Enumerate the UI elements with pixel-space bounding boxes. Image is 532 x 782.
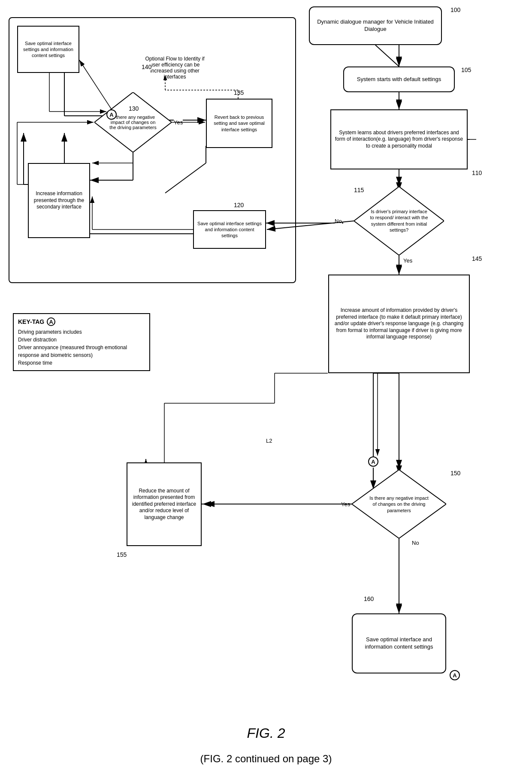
- box-reduce: Reduce the amount of information present…: [127, 462, 202, 546]
- box-save-top-left: Save optimal interface settings and info…: [17, 26, 79, 73]
- key-tag-body: Driving parameters includes Driver distr…: [18, 328, 145, 367]
- key-tag-title: KEY-TAG A: [18, 317, 145, 326]
- box-save-bottom: Save optimal interface and information c…: [352, 613, 446, 673]
- box-increase-secondary: Increase information presented through t…: [28, 163, 90, 238]
- label-yes-115: Yes: [403, 257, 412, 264]
- label-no-115: No: [335, 218, 342, 224]
- ref-100: 100: [450, 6, 460, 13]
- box-default-settings: System starts with default settings: [343, 66, 455, 92]
- fig-subtitle: (FIG. 2 continued on page 3): [0, 753, 532, 765]
- ref-155: 155: [117, 551, 127, 558]
- ref-130: 130: [129, 105, 139, 112]
- diamond-negative-right: Is there any negative impact of changes …: [352, 470, 446, 538]
- label-yes-150: Yes: [341, 501, 350, 507]
- label-yes-130: Yes: [174, 119, 183, 126]
- box-increase-info: Increase amount of information provided …: [328, 275, 470, 373]
- box-system-learns: System learns about drivers preferred in…: [330, 109, 468, 169]
- ref-115: 115: [354, 187, 364, 193]
- key-tag-circle-a: A: [47, 317, 55, 326]
- diamond-primary-interface: Is driver's primary interface to respond…: [354, 187, 444, 255]
- ref-150: 150: [450, 470, 460, 477]
- box-dynamic-dialogue: Dynamic dialogue manager for Vehicle Ini…: [309, 6, 442, 45]
- diagram-container: Dynamic dialogue manager for Vehicle Ini…: [0, 0, 532, 782]
- ref-105: 105: [461, 66, 471, 73]
- key-tag-box: KEY-TAG A Driving parameters includes Dr…: [13, 313, 150, 371]
- diamond-negative-left: Is there any negative impact of changes …: [94, 92, 172, 152]
- ref-110: 110: [472, 169, 482, 176]
- svg-line-32: [375, 45, 399, 66]
- ref-160: 160: [364, 595, 374, 602]
- fig-title: FIG. 2: [0, 725, 532, 741]
- label-no-150: No: [412, 540, 419, 546]
- ref-140: 140: [142, 63, 151, 70]
- ref-135: 135: [234, 89, 244, 96]
- ref-145: 145: [472, 255, 482, 262]
- circle-a-bottom-right: A: [450, 670, 460, 680]
- box-revert: Revert back to previous setting and save…: [206, 99, 272, 148]
- circle-a-mid-right: A: [368, 456, 378, 467]
- label-L2: L2: [266, 438, 272, 444]
- circle-a-left: A: [106, 109, 117, 120]
